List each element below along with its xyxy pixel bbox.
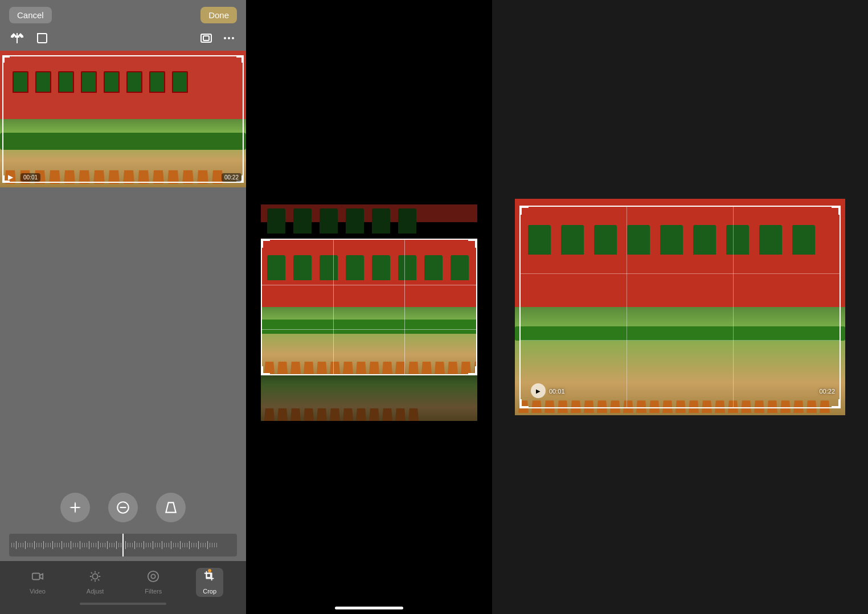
timeline-area	[0, 531, 246, 561]
blank-area-left	[0, 187, 246, 484]
svg-point-11	[148, 571, 158, 582]
svg-rect-3	[203, 36, 209, 40]
tab-video[interactable]: Video	[23, 568, 52, 597]
right-corner-tl	[519, 206, 529, 215]
filters-tab-icon	[147, 570, 159, 586]
perspective-tool[interactable]	[156, 493, 186, 522]
icon-bar	[0, 28, 246, 51]
overflow-bottom	[261, 375, 477, 421]
svg-point-12	[152, 574, 155, 578]
crop-border-middle	[261, 239, 477, 375]
scroll-indicator-left	[80, 603, 166, 605]
level-tool[interactable]	[108, 493, 138, 522]
time-end-right: 00:22	[819, 388, 835, 395]
time-end-left: 00:22	[222, 173, 241, 182]
svg-rect-9	[32, 574, 40, 580]
middle-video-container	[246, 170, 492, 444]
crop-main-area	[261, 239, 477, 375]
right-grid-v1	[627, 207, 627, 407]
video-preview: ▶ 00:01 00:22	[0, 51, 246, 187]
svg-point-6	[232, 37, 234, 39]
svg-point-10	[93, 574, 98, 579]
right-panel: ▶ 00:01 00:22	[492, 0, 868, 614]
svg-point-4	[224, 37, 226, 39]
svg-point-5	[228, 37, 230, 39]
adjust-tab-icon	[89, 570, 101, 586]
done-button[interactable]: Done	[200, 7, 237, 23]
time-start-left: 00:01	[21, 173, 40, 182]
crop-corner-br-mid	[468, 366, 477, 375]
tabs-row: Video Adjust Filters	[0, 566, 246, 599]
timeline-playhead	[122, 534, 124, 556]
left-panel: Cancel Done	[0, 0, 246, 614]
crop-tab-icon	[203, 570, 216, 586]
top-bar: Cancel Done	[0, 0, 246, 28]
bottom-tabs: Video Adjust Filters	[0, 561, 246, 614]
play-button-left[interactable]: ▶	[5, 171, 16, 183]
tool-circles	[0, 484, 246, 531]
home-indicator-middle	[335, 607, 403, 609]
middle-panel	[246, 0, 492, 614]
overflow-top	[261, 204, 477, 239]
crop-corner-tr-mid	[468, 239, 477, 248]
grid-h2	[262, 329, 476, 330]
svg-rect-0	[17, 33, 18, 43]
time-start-right: 00:01	[549, 388, 565, 395]
tab-adjust[interactable]: Adjust	[80, 568, 111, 597]
more-options-icon[interactable]	[221, 30, 237, 46]
svg-rect-13	[207, 574, 211, 578]
grid-h1	[262, 285, 476, 285]
rotate-icon[interactable]	[34, 30, 50, 46]
video-controls-left: ▶ 00:01 00:22	[5, 171, 241, 183]
right-grid-v2	[733, 207, 734, 407]
play-button-right[interactable]: ▶	[531, 383, 546, 398]
timeline-strip[interactable]	[9, 534, 237, 556]
garden-scene-left	[0, 51, 246, 187]
middle-video-inner	[261, 239, 477, 375]
tab-adjust-label: Adjust	[87, 588, 104, 595]
video-tab-icon	[31, 570, 44, 586]
svg-rect-8	[71, 507, 79, 508]
straighten-tool[interactable]	[60, 493, 90, 522]
flip-horizontal-icon[interactable]	[9, 30, 25, 46]
right-corner-tr	[832, 206, 841, 215]
aspect-ratio-icon[interactable]	[198, 30, 214, 46]
grid-v2	[404, 240, 405, 374]
tab-video-label: Video	[30, 588, 46, 595]
cancel-button[interactable]: Cancel	[9, 7, 52, 23]
tab-crop[interactable]: Crop	[196, 568, 223, 597]
tab-filters-label: Filters	[145, 588, 162, 595]
crop-corner-tl-mid	[261, 239, 270, 248]
crop-corner-bl-mid	[261, 366, 270, 375]
right-video-container: ▶ 00:01 00:22	[515, 199, 845, 415]
right-corner-br	[832, 399, 841, 408]
grid-v1	[333, 240, 334, 374]
tab-crop-label: Crop	[203, 588, 216, 595]
right-grid-h2	[521, 340, 840, 341]
right-corner-bl	[519, 399, 529, 408]
crop-border-right	[519, 206, 841, 408]
tab-filters[interactable]: Filters	[138, 568, 169, 597]
svg-rect-1	[38, 34, 47, 43]
right-grid-h1	[521, 273, 840, 274]
